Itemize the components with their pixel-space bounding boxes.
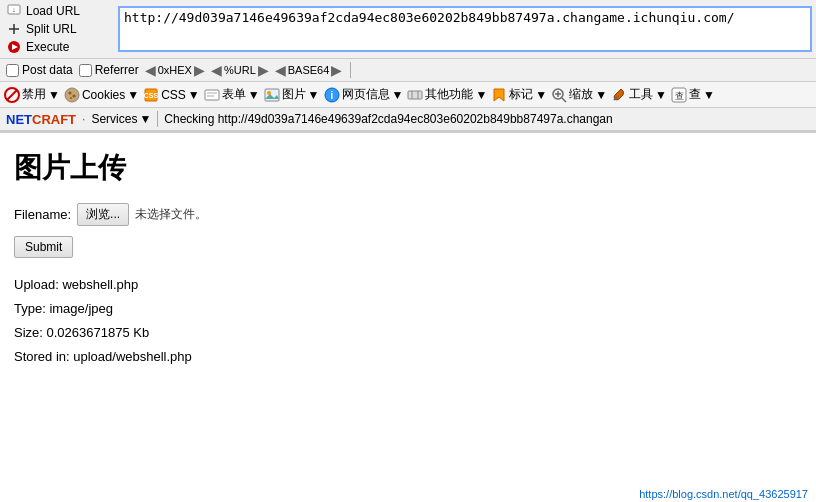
base64-arrow-right: ▶ <box>331 62 342 78</box>
execute-label: Execute <box>26 40 69 54</box>
disable-button[interactable]: 禁用▼ <box>4 86 60 103</box>
dev-toolbar: 禁用▼ Cookies▼ CSS CSS▼ 表单▼ <box>0 82 816 108</box>
query-icon: 查 <box>671 87 687 103</box>
svg-point-11 <box>70 97 72 99</box>
url-encode-button[interactable]: ◀ %URL ▶ <box>211 62 269 78</box>
url-actions: ↓ Load URL Split URL <box>4 2 114 56</box>
marks-icon <box>491 87 507 103</box>
images-label: 图片 <box>282 86 306 103</box>
svg-text:↓: ↓ <box>12 6 16 13</box>
hex-arrow-right: ▶ <box>194 62 205 78</box>
other-button[interactable]: 其他功能▼ <box>407 86 487 103</box>
other-label: 其他功能 <box>425 86 473 103</box>
forms-icon <box>204 87 220 103</box>
page-info-label: 网页信息 <box>342 86 390 103</box>
images-icon <box>264 87 280 103</box>
filename-label: Filename: <box>14 207 71 222</box>
zoom-button[interactable]: 缩放▼ <box>551 86 607 103</box>
upload-info: Upload: webshell.php Type: image/jpeg Si… <box>14 274 802 368</box>
base64-label: BASE64 <box>288 64 330 76</box>
zoom-label: 缩放 <box>569 86 593 103</box>
netcraft-services-button[interactable]: Services▼ <box>91 112 151 126</box>
page-info-button[interactable]: i 网页信息▼ <box>324 86 404 103</box>
base64-arrow-left: ◀ <box>275 62 286 78</box>
other-icon <box>407 87 423 103</box>
svg-text:i: i <box>330 90 333 101</box>
status-url: https://blog.csdn.net/qq_43625917 <box>639 488 808 500</box>
cookies-button[interactable]: Cookies▼ <box>64 87 139 103</box>
svg-point-9 <box>68 91 71 94</box>
netcraft-dot: · <box>82 112 85 126</box>
page-title: 图片上传 <box>14 149 802 187</box>
execute-button[interactable]: Execute <box>4 38 114 56</box>
status-bar: https://blog.csdn.net/qq_43625917 <box>631 486 816 502</box>
no-file-text: 未选择文件。 <box>135 206 207 223</box>
referrer-option[interactable]: Referrer <box>79 63 139 77</box>
base64-button[interactable]: ◀ BASE64 ▶ <box>275 62 343 78</box>
hex-encode-button[interactable]: ◀ 0xHEX ▶ <box>145 62 205 78</box>
cookies-label: Cookies <box>82 88 125 102</box>
hex-label: 0xHEX <box>158 64 192 76</box>
zoom-icon <box>551 87 567 103</box>
url-arrow-right: ▶ <box>258 62 269 78</box>
execute-icon <box>6 39 22 55</box>
css-button[interactable]: CSS CSS▼ <box>143 87 200 103</box>
netcraft-net: NET <box>6 112 32 127</box>
svg-text:CSS: CSS <box>144 92 159 99</box>
query-label: 查 <box>689 86 701 103</box>
filename-row: Filename: 浏览... 未选择文件。 <box>14 203 802 226</box>
post-data-checkbox[interactable] <box>6 64 19 77</box>
page-info-icon: i <box>324 87 340 103</box>
submit-button[interactable]: Submit <box>14 236 73 258</box>
disable-label: 禁用 <box>22 86 46 103</box>
url-encode-label: %URL <box>224 64 256 76</box>
netcraft-craft: CRAFT <box>32 112 76 127</box>
upload-path: Upload: webshell.php <box>14 274 802 296</box>
url-arrow-left: ◀ <box>211 62 222 78</box>
css-label: CSS <box>161 88 186 102</box>
hex-arrow-left: ◀ <box>145 62 156 78</box>
main-content: 图片上传 Filename: 浏览... 未选择文件。 Submit Uploa… <box>0 133 816 386</box>
options-row: Post data Referrer ◀ 0xHEX ▶ ◀ %URL ▶ ◀ … <box>0 59 816 82</box>
netcraft-services-label: Services <box>91 112 137 126</box>
tools-label: 工具 <box>629 86 653 103</box>
forms-label: 表单 <box>222 86 246 103</box>
split-url-icon <box>6 21 22 37</box>
svg-text:查: 查 <box>674 91 683 101</box>
split-url-button[interactable]: Split URL <box>4 20 114 38</box>
netcraft-bar: NETCRAFT · Services▼ Checking http://49d… <box>0 108 816 132</box>
svg-rect-17 <box>265 89 279 101</box>
svg-line-7 <box>7 90 17 100</box>
tools-button[interactable]: 工具▼ <box>611 86 667 103</box>
post-data-label: Post data <box>22 63 73 77</box>
load-url-icon: ↓ <box>6 3 22 19</box>
load-url-label: Load URL <box>26 4 80 18</box>
netcraft-checking-text: Checking http://49d039a7146e49639af2cda9… <box>164 112 612 126</box>
marks-button[interactable]: 标记▼ <box>491 86 547 103</box>
forms-button[interactable]: 表单▼ <box>204 86 260 103</box>
css-icon: CSS <box>143 87 159 103</box>
toolbar-separator <box>350 62 351 78</box>
cookies-icon <box>64 87 80 103</box>
referrer-checkbox[interactable] <box>79 64 92 77</box>
upload-type: Type: image/jpeg <box>14 298 802 320</box>
svg-rect-22 <box>408 91 422 99</box>
upload-stored: Stored in: upload/webshell.php <box>14 346 802 368</box>
marks-label: 标记 <box>509 86 533 103</box>
svg-line-26 <box>562 98 566 102</box>
svg-point-10 <box>72 94 75 97</box>
tools-icon <box>611 87 627 103</box>
post-data-option[interactable]: Post data <box>6 63 73 77</box>
netcraft-separator <box>157 111 158 127</box>
url-input[interactable]: http://49d039a7146e49639af2cda94ec803e60… <box>118 6 812 52</box>
load-url-button[interactable]: ↓ Load URL <box>4 2 114 20</box>
query-button[interactable]: 查 查▼ <box>671 86 715 103</box>
referrer-label: Referrer <box>95 63 139 77</box>
browse-button[interactable]: 浏览... <box>77 203 129 226</box>
upload-size: Size: 0.0263671875 Kb <box>14 322 802 344</box>
images-button[interactable]: 图片▼ <box>264 86 320 103</box>
disable-icon <box>4 87 20 103</box>
netcraft-logo: NETCRAFT <box>6 112 76 127</box>
svg-point-8 <box>65 88 79 102</box>
svg-rect-14 <box>205 90 219 100</box>
